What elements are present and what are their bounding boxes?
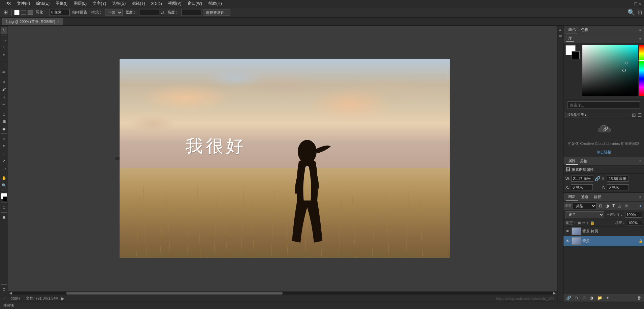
library-type-filter-btn[interactable]: 按类型查看 ▾ bbox=[566, 112, 588, 118]
lock-artboard-btn[interactable]: ↕ bbox=[587, 221, 589, 225]
tool-screen-mode[interactable]: ⊞ bbox=[1, 214, 7, 221]
tab-channels[interactable]: 通道 bbox=[579, 194, 590, 200]
tool-shape[interactable]: ▭ bbox=[1, 165, 7, 172]
lock-position-btn[interactable]: ⊞ bbox=[578, 221, 581, 225]
menu-window[interactable]: 窗口(W) bbox=[185, 0, 205, 7]
link-wh-icon[interactable]: 🔗 bbox=[594, 176, 600, 181]
tool-eraser[interactable]: ◻ bbox=[1, 111, 7, 117]
fill-input[interactable] bbox=[627, 220, 642, 225]
mini-icon-1[interactable]: ≡ bbox=[558, 27, 563, 32]
feather-input[interactable] bbox=[50, 9, 70, 16]
select-mask-btn[interactable]: 选择并遮住... bbox=[203, 9, 230, 16]
bg-color-swatch-large[interactable] bbox=[572, 51, 580, 59]
menu-file[interactable]: 文件(F) bbox=[14, 0, 33, 7]
x-input[interactable] bbox=[571, 184, 593, 190]
canvas-image[interactable]: 我很好 bbox=[120, 59, 450, 258]
tab-paths[interactable]: 路径 bbox=[592, 194, 603, 200]
toolbar-box3[interactable] bbox=[28, 10, 33, 15]
layer-item-bg[interactable]: 👁 背景 🔒 bbox=[564, 236, 644, 246]
scroll-right-btn[interactable]: ▶ bbox=[553, 291, 556, 295]
layer-delete-btn[interactable]: 🗑 bbox=[636, 295, 643, 301]
tab-swatch[interactable]: 色板 bbox=[579, 27, 590, 33]
tool-spot-heal[interactable]: ⊛ bbox=[1, 79, 7, 85]
layer-type-filter[interactable]: 类型 bbox=[573, 203, 597, 209]
layer-link-btn[interactable]: 🔗 bbox=[565, 295, 573, 301]
tool-lasso[interactable]: ⌇ bbox=[1, 44, 7, 51]
tool-brush[interactable]: 🖌 bbox=[1, 86, 7, 93]
tab-library[interactable]: 库 bbox=[566, 35, 574, 42]
resize-icon[interactable]: ⊡ bbox=[638, 9, 642, 16]
tool-blur[interactable]: ◉ bbox=[1, 125, 7, 132]
filter-shape-btn[interactable]: △ bbox=[617, 203, 622, 209]
tool-crop[interactable]: ⊡ bbox=[1, 61, 7, 68]
search-icon[interactable]: 🔍 bbox=[627, 9, 635, 16]
toolbar-color-box[interactable] bbox=[14, 10, 20, 15]
lib-panel-collapse[interactable]: ≡ bbox=[639, 37, 641, 40]
tool-clone[interactable]: ⊕ bbox=[1, 93, 7, 100]
tab-color[interactable]: 颜色 bbox=[566, 26, 578, 33]
tool-zoom[interactable]: 🔍 bbox=[1, 182, 7, 189]
layer-adjustment-btn[interactable]: ◑ bbox=[588, 295, 594, 301]
bg-color-swatch[interactable] bbox=[3, 196, 7, 201]
tab-close-btn[interactable]: × bbox=[57, 20, 59, 24]
properties-collapse[interactable]: ≡ bbox=[639, 159, 641, 163]
tool-quickmask[interactable]: ⊙ bbox=[1, 204, 7, 211]
lock-all-btn[interactable]: 🔒 bbox=[590, 221, 595, 225]
height-input[interactable] bbox=[181, 9, 201, 16]
tool-select-rect[interactable]: ▭ bbox=[1, 37, 7, 43]
layer-new-btn[interactable]: + bbox=[605, 295, 610, 301]
toolbar-color-box2[interactable] bbox=[21, 10, 26, 15]
library-view-list-btn[interactable]: ☰ bbox=[638, 112, 642, 118]
canvas-vscrollbar[interactable] bbox=[116, 157, 120, 160]
style-select[interactable]: 正常 bbox=[105, 9, 123, 16]
mini-icon-2[interactable]: ⊞ bbox=[558, 33, 563, 38]
status-arrow-btn[interactable]: ▶ bbox=[61, 296, 64, 301]
tool-history-brush[interactable]: ↩ bbox=[1, 101, 7, 107]
color-gradient-picker[interactable] bbox=[582, 45, 638, 96]
library-link-btn[interactable]: 单击链接 bbox=[597, 150, 611, 155]
filter-text-btn[interactable]: T bbox=[611, 203, 616, 209]
blend-mode-select[interactable]: 正常 bbox=[566, 211, 604, 218]
width-input[interactable] bbox=[139, 9, 159, 16]
menu-view[interactable]: 视图(V) bbox=[165, 0, 184, 7]
menu-filter[interactable]: 滤镜(T) bbox=[129, 0, 148, 7]
filter-pixel-btn[interactable]: ⊡ bbox=[598, 203, 603, 209]
library-search-input[interactable] bbox=[568, 101, 640, 109]
minimize-btn[interactable]: ─ bbox=[630, 1, 633, 6]
menu-select[interactable]: 选择(S) bbox=[109, 0, 128, 7]
h-input[interactable] bbox=[607, 176, 629, 182]
w-input[interactable] bbox=[571, 176, 593, 182]
swap-icon[interactable]: ⇄ bbox=[161, 10, 165, 15]
opacity-input[interactable] bbox=[625, 212, 642, 218]
tool-magic-wand[interactable]: ✦ bbox=[1, 52, 7, 58]
tool-gradient[interactable]: ▦ bbox=[1, 118, 7, 125]
tool-pen[interactable]: ✒ bbox=[1, 143, 7, 149]
tool-artboard[interactable]: ⊡ bbox=[1, 293, 7, 300]
tool-hand[interactable]: ✋ bbox=[1, 175, 7, 181]
tool-eyedropper[interactable]: ✏ bbox=[1, 69, 7, 75]
menu-3d[interactable]: 3D(D) bbox=[149, 1, 165, 7]
tab-properties[interactable]: 属性 bbox=[566, 158, 578, 165]
tab-layers[interactable]: 图层 bbox=[566, 193, 578, 200]
close-btn[interactable]: × bbox=[639, 1, 641, 6]
menu-image[interactable]: 图像(I) bbox=[53, 0, 70, 7]
filter-toggle-btn[interactable]: ● bbox=[638, 203, 643, 209]
filter-adjust-btn[interactable]: ◑ bbox=[605, 203, 610, 209]
canvas-tab[interactable]: 1.jpg @ 200% (背景, RGB/8#) × bbox=[2, 18, 63, 25]
library-view-grid-btn[interactable]: ⊞ bbox=[632, 112, 636, 118]
restore-btn[interactable]: □ bbox=[634, 1, 637, 6]
layer-fx-btn[interactable]: fx bbox=[574, 295, 580, 301]
tool-text[interactable]: T bbox=[1, 150, 7, 157]
detail-btn[interactable]: 细样描告 bbox=[71, 9, 89, 16]
filter-smart-btn[interactable]: ⊕ bbox=[623, 203, 629, 209]
y-input[interactable] bbox=[607, 184, 629, 190]
tool-move[interactable]: ↖ bbox=[1, 27, 7, 34]
menu-ps[interactable]: PS bbox=[3, 1, 13, 7]
menu-text[interactable]: 文字(Y) bbox=[90, 0, 109, 7]
tool-path-select[interactable]: ↗ bbox=[1, 157, 7, 164]
scroll-left-btn[interactable]: ◀ bbox=[9, 291, 12, 295]
canvas-hscrollbar[interactable]: ◀ ▶ bbox=[8, 291, 557, 295]
menu-layer[interactable]: 图层(L) bbox=[71, 0, 90, 7]
color-panel-collapse[interactable]: ≡ bbox=[639, 28, 641, 32]
layer-eye-bg[interactable]: 👁 bbox=[565, 238, 570, 244]
